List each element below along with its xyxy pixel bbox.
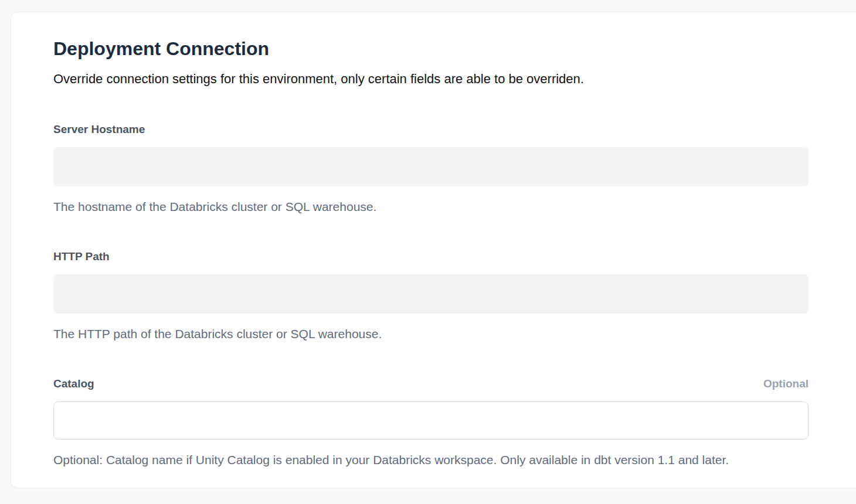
- page-title: Deployment Connection: [53, 37, 809, 62]
- catalog-help-text: Optional: Catalog name if Unity Catalog …: [53, 452, 809, 468]
- http-path-label: HTTP Path: [53, 250, 110, 264]
- catalog-label: Catalog: [53, 377, 94, 391]
- card-content: Deployment Connection Override connectio…: [11, 12, 809, 468]
- field-group-http-path: HTTP Path The HTTP path of the Databrick…: [53, 250, 809, 342]
- label-row: HTTP Path: [53, 250, 809, 264]
- catalog-optional-badge: Optional: [763, 377, 809, 391]
- server-hostname-input: [53, 147, 809, 186]
- label-row: Catalog Optional: [53, 377, 809, 391]
- page-subtitle: Override connection settings for this en…: [53, 71, 809, 88]
- http-path-help-text: The HTTP path of the Databricks cluster …: [53, 326, 809, 342]
- http-path-input: [53, 274, 809, 314]
- page-background: Deployment Connection Override connectio…: [0, 0, 856, 504]
- deployment-connection-card: Deployment Connection Override connectio…: [11, 12, 856, 488]
- field-group-server-hostname: Server Hostname The hostname of the Data…: [53, 122, 809, 214]
- field-group-catalog: Catalog Optional Optional: Catalog name …: [53, 377, 809, 468]
- server-hostname-label: Server Hostname: [53, 122, 145, 137]
- server-hostname-help-text: The hostname of the Databricks cluster o…: [53, 199, 809, 214]
- catalog-input[interactable]: [53, 401, 809, 440]
- label-row: Server Hostname: [53, 122, 809, 137]
